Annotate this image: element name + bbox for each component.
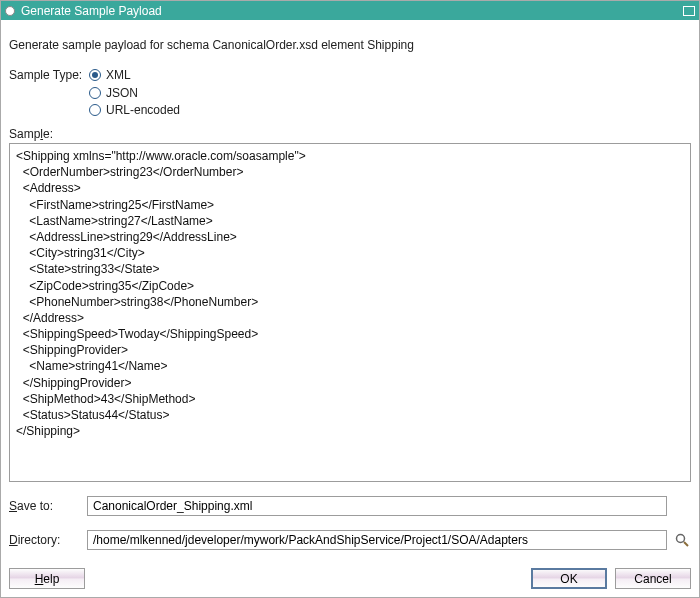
directory-row: Directory: [9,530,691,550]
directory-input[interactable] [87,530,667,550]
titlebar: Generate Sample Payload [1,1,699,20]
button-bar: Help OK Cancel [1,558,699,597]
save-to-input[interactable] [87,496,667,516]
radio-xml-label: XML [106,68,131,82]
radio-url[interactable]: URL-encoded [89,103,691,117]
sample-label: Sample: [9,127,691,141]
save-to-row: Save to: [9,496,691,516]
dialog-window: Generate Sample Payload Generate sample … [0,0,700,598]
sample-type-label: Sample Type: [9,68,89,82]
radio-group-rest: JSON URL-encoded [89,86,691,117]
maximize-icon[interactable] [683,6,695,16]
window-bullet-icon [5,6,15,16]
help-button[interactable]: Help [9,568,85,589]
sample-type-row: Sample Type: XML [9,68,691,82]
directory-label: Directory: [9,533,81,547]
window-title: Generate Sample Payload [21,4,683,18]
content-area: Generate sample payload for schema Canon… [1,20,699,558]
radio-json-indicator [89,87,101,99]
svg-line-1 [684,542,688,546]
browse-button[interactable] [673,531,691,549]
radio-url-label: URL-encoded [106,103,180,117]
radio-json[interactable]: JSON [89,86,691,100]
ok-button[interactable]: OK [531,568,607,589]
magnifier-icon [674,532,690,548]
save-to-label: Save to: [9,499,81,513]
cancel-button[interactable]: Cancel [615,568,691,589]
sample-textarea[interactable]: <Shipping xmlns="http://www.oracle.com/s… [9,143,691,482]
radio-json-label: JSON [106,86,138,100]
svg-point-0 [677,535,685,543]
description-text: Generate sample payload for schema Canon… [9,38,691,52]
radio-url-indicator [89,104,101,116]
radio-xml-indicator [89,69,101,81]
radio-xml[interactable]: XML [89,68,131,82]
